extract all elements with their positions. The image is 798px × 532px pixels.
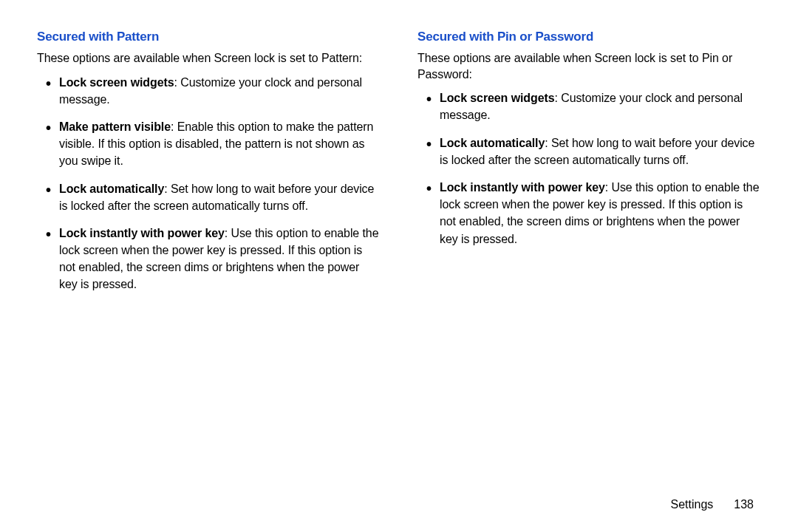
list-item: Make pattern visible: Enable this option… [49,118,381,170]
footer-page-number: 138 [734,498,754,511]
pin-list: Lock screen widgets: Customize your cloc… [417,89,761,248]
two-column-layout: Secured with Pattern These options are a… [37,30,761,304]
list-item: Lock screen widgets: Customize your cloc… [49,74,381,108]
item-label: Lock automatically [59,183,164,195]
list-item: Lock instantly with power key: Use this … [429,179,761,248]
pattern-list: Lock screen widgets: Customize your cloc… [37,74,381,293]
item-label: Lock screen widgets [440,92,555,104]
page-footer: Settings138 [670,498,754,511]
pattern-heading: Secured with Pattern [37,30,381,44]
list-item: Lock instantly with power key: Use this … [49,225,381,293]
item-label: Lock screen widgets [59,76,174,89]
right-column: Secured with Pin or Password These optio… [417,30,761,304]
item-label: Lock automatically [440,137,545,149]
footer-section: Settings [670,498,713,511]
pin-intro: These options are available when Screen … [417,50,761,82]
list-item: Lock automatically: Set how long to wait… [49,180,381,214]
left-column: Secured with Pattern These options are a… [37,30,381,304]
list-item: Lock screen widgets: Customize your cloc… [429,89,761,123]
pin-heading: Secured with Pin or Password [417,30,761,44]
pattern-intro: These options are available when Screen … [37,50,381,66]
item-label: Lock instantly with power key [59,227,225,239]
list-item: Lock automatically: Set how long to wait… [429,134,761,168]
item-label: Lock instantly with power key [440,181,605,194]
item-label: Make pattern visible [59,120,171,133]
